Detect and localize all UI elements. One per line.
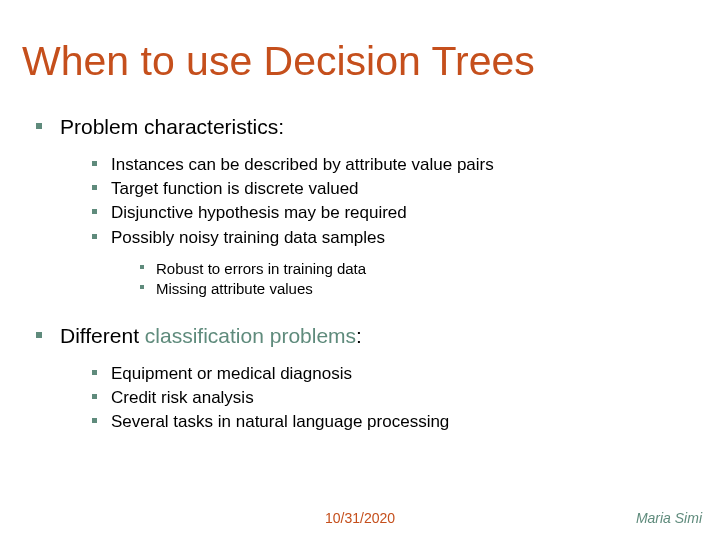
slide-title: When to use Decision Trees — [0, 0, 720, 85]
list-item-text: Credit risk analysis — [111, 387, 254, 409]
square-bullet-icon — [92, 234, 97, 239]
square-bullet-icon — [36, 123, 42, 129]
square-bullet-icon — [140, 265, 144, 269]
list-item-text: Equipment or medical diagnosis — [111, 363, 352, 385]
heading-prefix: Different — [60, 324, 145, 347]
footer-date: 10/31/2020 — [0, 510, 720, 526]
list-item: Target function is discrete valued — [92, 178, 720, 200]
section-heading: Different classification problems: — [36, 322, 720, 349]
list-item-text: Target function is discrete valued — [111, 178, 359, 200]
heading-suffix: : — [356, 324, 362, 347]
list-item: Robust to errors in training data — [140, 259, 720, 279]
list-item: Disjunctive hypothesis may be required — [92, 202, 720, 224]
square-bullet-icon — [92, 394, 97, 399]
list-item-text: Several tasks in natural language proces… — [111, 411, 449, 433]
section-heading: Problem characteristics: — [36, 113, 720, 140]
list-item-text: Robust to errors in training data — [156, 259, 366, 279]
list-item: Missing attribute values — [140, 279, 720, 299]
list-item: Instances can be described by attribute … — [92, 154, 720, 176]
section2-heading-text: Different classification problems: — [60, 322, 362, 349]
section1-heading-text: Problem characteristics: — [60, 113, 284, 140]
square-bullet-icon — [140, 285, 144, 289]
heading-teal: classification problems — [145, 324, 356, 347]
square-bullet-icon — [36, 332, 42, 338]
section1-list: Instances can be described by attribute … — [36, 144, 720, 311]
square-bullet-icon — [92, 161, 97, 166]
square-bullet-icon — [92, 418, 97, 423]
square-bullet-icon — [92, 185, 97, 190]
list-item-text: Instances can be described by attribute … — [111, 154, 494, 176]
slide-content: Problem characteristics: Instances can b… — [0, 85, 720, 441]
square-bullet-icon — [92, 209, 97, 214]
section2-list: Equipment or medical diagnosis Credit ri… — [36, 353, 720, 441]
list-item-text: Missing attribute values — [156, 279, 313, 299]
list-item: Equipment or medical diagnosis — [92, 363, 720, 385]
list-item: Possibly noisy training data samples — [92, 227, 720, 249]
square-bullet-icon — [92, 370, 97, 375]
list-item: Several tasks in natural language proces… — [92, 411, 720, 433]
section1-sublist: Robust to errors in training data Missin… — [92, 251, 720, 306]
list-item-text: Possibly noisy training data samples — [111, 227, 385, 249]
list-item: Credit risk analysis — [92, 387, 720, 409]
footer-author: Maria Simi — [636, 510, 702, 526]
list-item-text: Disjunctive hypothesis may be required — [111, 202, 407, 224]
